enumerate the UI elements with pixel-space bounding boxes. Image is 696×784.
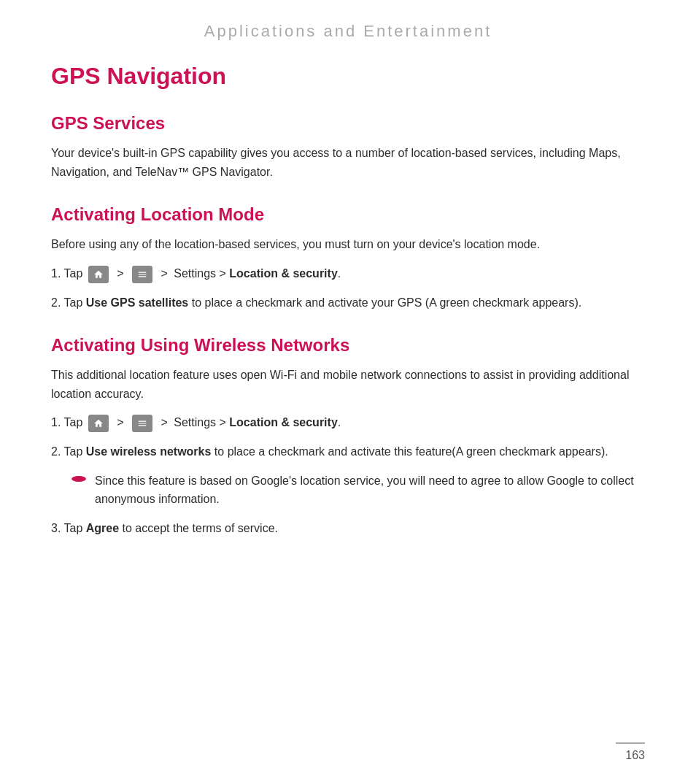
- home-icon: [88, 266, 109, 283]
- gps-services-title: GPS Services: [51, 113, 645, 134]
- bullet-text: Since this feature is based on Google's …: [95, 472, 645, 509]
- page-header: Applications and Entertainment: [0, 0, 696, 55]
- wireless-step-3: 3. Tap Agree to accept the terms of serv…: [51, 519, 645, 538]
- gps-services-body: Your device's built-in GPS capability gi…: [51, 144, 645, 181]
- bullet-item-1: Since this feature is based on Google's …: [71, 472, 645, 509]
- activating-wireless-body: This additional location feature uses op…: [51, 366, 645, 403]
- wireless-step-1: 1. Tap > > Settings > Location & securit…: [51, 413, 645, 432]
- location-step-1: 1. Tap > > Settings > Location & securit…: [51, 264, 645, 283]
- location-step1-prefix: 1. Tap: [51, 267, 82, 280]
- location-step-2: 2. Tap Use GPS satellites to place a che…: [51, 293, 645, 312]
- header-title: Applications and Entertainment: [204, 22, 492, 40]
- bullet-dot: [71, 476, 86, 482]
- home-icon-2: [88, 415, 109, 432]
- main-title: GPS Navigation: [51, 63, 645, 90]
- page-number: 163: [625, 749, 645, 762]
- activating-location-body: Before using any of the location-based s…: [51, 235, 645, 254]
- activating-wireless-title: Activating Using Wireless Networks: [51, 335, 645, 356]
- menu-icon-2: [132, 415, 152, 432]
- page-number-line: [616, 742, 645, 744]
- bullet-list: Since this feature is based on Google's …: [71, 472, 645, 509]
- menu-icon: [132, 266, 152, 283]
- activating-location-title: Activating Location Mode: [51, 204, 645, 225]
- wireless-step-2: 2. Tap Use wireless networks to place a …: [51, 442, 645, 461]
